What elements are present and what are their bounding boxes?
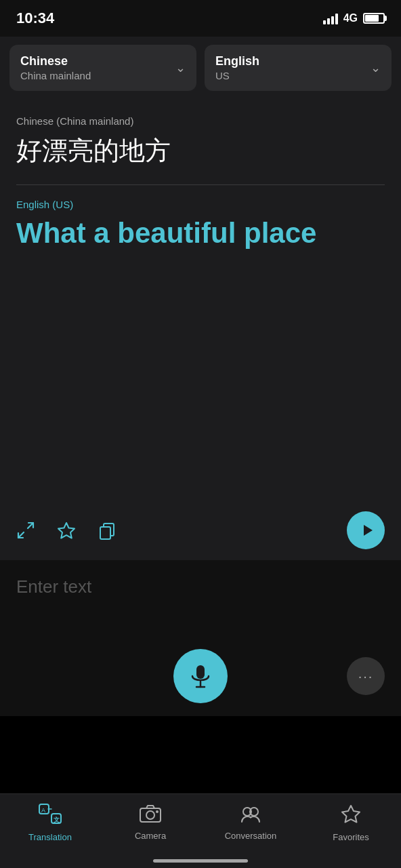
camera-tab-label: Camera <box>135 831 166 841</box>
translation-tab-label: Translation <box>28 832 72 842</box>
translation-tab-icon: A 文 <box>39 804 62 829</box>
more-options-button[interactable]: ··· <box>347 657 385 695</box>
play-button[interactable] <box>347 511 385 549</box>
tab-bar: A 文 Translation Camera <box>0 793 401 868</box>
source-chevron-down-icon: ⌄ <box>175 60 186 75</box>
tab-favorites[interactable]: Favorites <box>301 804 401 842</box>
svg-rect-6 <box>196 665 205 679</box>
favorites-tab-label: Favorites <box>333 832 368 842</box>
conversation-tab-icon <box>239 804 262 827</box>
camera-tab-icon <box>139 804 162 827</box>
target-text: What a beautiful place <box>16 217 385 250</box>
text-input-area[interactable]: Enter text <box>0 560 401 642</box>
enter-text-placeholder[interactable]: Enter text <box>16 576 91 597</box>
source-lang-name: Chinese <box>20 54 91 68</box>
target-lang-region: US <box>215 70 259 81</box>
target-chevron-down-icon: ⌄ <box>371 60 381 75</box>
home-indicator <box>153 859 248 863</box>
signal-icon <box>323 12 338 24</box>
svg-point-15 <box>156 810 159 813</box>
svg-text:A: A <box>41 807 45 814</box>
svg-marker-5 <box>364 525 373 536</box>
translation-area: Chinese (China mainland) 好漂亮的地方 English … <box>0 99 401 560</box>
source-language-selector[interactable]: Chinese China mainland ⌄ <box>9 45 196 91</box>
translation-action-bar <box>16 511 385 549</box>
status-time: 10:34 <box>16 9 54 27</box>
source-lang-label: Chinese (China mainland) <box>16 115 385 127</box>
svg-marker-2 <box>58 523 75 538</box>
network-label: 4G <box>343 12 358 24</box>
svg-point-14 <box>146 811 154 819</box>
copy-icon[interactable] <box>98 521 117 540</box>
battery-icon <box>363 13 385 24</box>
expand-icon[interactable] <box>16 521 35 540</box>
favorites-tab-icon <box>339 804 362 829</box>
tab-camera[interactable]: Camera <box>100 804 200 841</box>
translation-divider <box>16 184 385 185</box>
status-icons: 4G <box>323 12 385 24</box>
mic-area: ··· <box>0 642 401 716</box>
target-lang-label: English (US) <box>16 199 385 210</box>
svg-line-0 <box>18 532 24 538</box>
svg-marker-18 <box>342 806 360 823</box>
target-lang-name: English <box>215 54 259 68</box>
source-lang-region: China mainland <box>20 70 91 81</box>
target-language-selector[interactable]: English US ⌄ <box>205 45 392 91</box>
source-text: 好漂亮的地方 <box>16 134 385 168</box>
tab-translation[interactable]: A 文 Translation <box>0 804 100 842</box>
status-bar: 10:34 4G <box>0 0 401 37</box>
mic-button[interactable] <box>173 649 228 703</box>
tab-conversation[interactable]: Conversation <box>200 804 301 841</box>
favorite-icon[interactable] <box>57 521 76 540</box>
svg-line-1 <box>28 523 33 528</box>
language-bar: Chinese China mainland ⌄ English US ⌄ <box>0 37 401 99</box>
conversation-tab-label: Conversation <box>225 831 277 841</box>
svg-text:文: 文 <box>54 816 60 823</box>
svg-rect-4 <box>100 527 110 539</box>
